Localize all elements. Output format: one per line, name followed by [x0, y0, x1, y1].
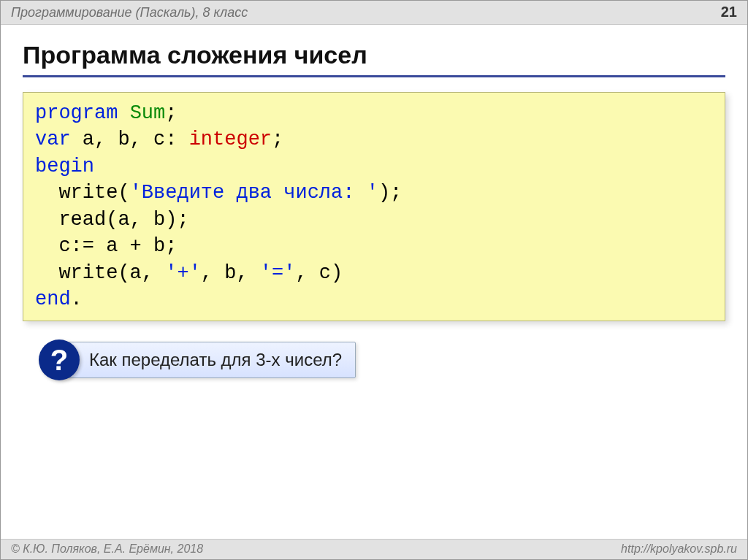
code-text: ;	[272, 129, 283, 150]
slide: Программирование (Паскаль), 8 класс 21 П…	[0, 0, 748, 560]
string-literal: '+'	[165, 262, 201, 284]
code-text: c:= a + b;	[35, 235, 177, 257]
callout-text: Как переделать для 3-х чисел?	[89, 350, 342, 369]
question-mark: ?	[50, 345, 68, 375]
code-text: read(a, b);	[35, 209, 189, 231]
code-text: write(	[35, 182, 130, 204]
program-name: Sum	[130, 102, 166, 124]
kw-end: end	[35, 288, 71, 310]
kw-var: var	[35, 129, 71, 150]
footer-copyright: © К.Ю. Поляков, Е.А. Ерёмин, 2018	[11, 542, 203, 556]
code-block: program Sum; var a, b, c: integer; begin…	[23, 92, 725, 321]
kw-integer: integer	[189, 129, 272, 150]
kw-begin: begin	[35, 156, 94, 177]
code-text: , c)	[295, 262, 343, 284]
question-callout: ? Как переделать для 3-х чисел?	[59, 342, 356, 378]
course-title: Программирование (Паскаль), 8 класс	[11, 5, 248, 20]
code-text: );	[378, 182, 402, 204]
code-text: write(a,	[35, 262, 165, 284]
code-text: .	[71, 288, 83, 310]
code-text: , b,	[201, 262, 260, 284]
string-literal: 'Введите два числа: '	[130, 182, 378, 204]
question-icon: ?	[39, 340, 80, 380]
footer-url: http://kpolyakov.spb.ru	[621, 542, 737, 556]
callout-text-box: Как переделать для 3-х чисел?	[59, 342, 356, 378]
code-text: ;	[165, 102, 177, 124]
slide-title: Программа сложения чисел	[23, 41, 725, 77]
header-bar: Программирование (Паскаль), 8 класс 21	[1, 1, 747, 25]
kw-program: program	[35, 102, 118, 124]
title-block: Программа сложения чисел	[1, 25, 747, 82]
page-number: 21	[721, 4, 737, 20]
footer-bar: © К.Ю. Поляков, Е.А. Ерёмин, 2018 http:/…	[1, 539, 747, 559]
string-literal: '='	[260, 262, 296, 284]
code-text: a, b, c:	[71, 129, 189, 150]
